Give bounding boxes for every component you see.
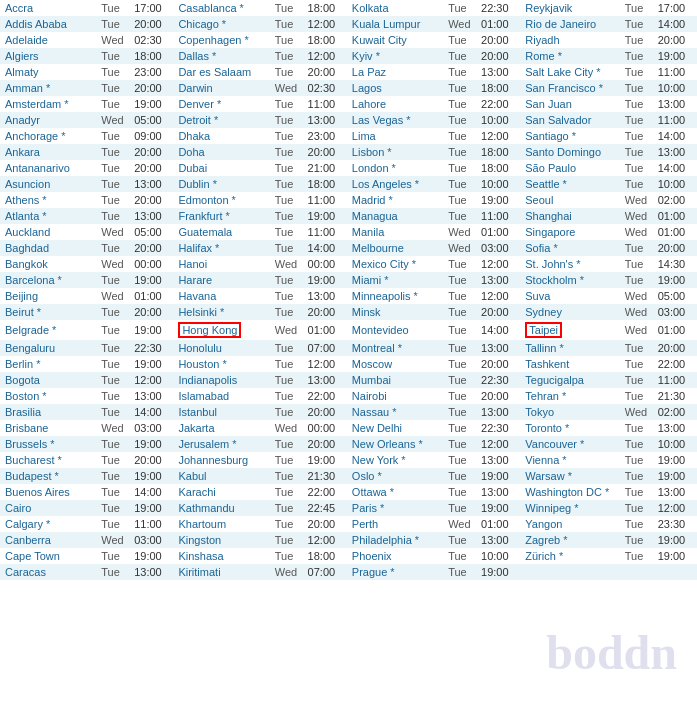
- city-link[interactable]: Copenhagen *: [178, 34, 248, 46]
- city-link[interactable]: Vienna *: [525, 454, 566, 466]
- city-link[interactable]: Reykjavik: [525, 2, 572, 14]
- city-link[interactable]: Oslo *: [352, 470, 382, 482]
- city-link[interactable]: Lagos: [352, 82, 382, 94]
- city-cell[interactable]: Los Angeles *: [347, 176, 444, 192]
- city-link[interactable]: Calgary *: [5, 518, 50, 530]
- city-cell[interactable]: Bengaluru: [0, 340, 97, 356]
- city-cell[interactable]: Melbourne: [347, 240, 444, 256]
- city-link[interactable]: Nassau *: [352, 406, 397, 418]
- city-link[interactable]: Kingston: [178, 534, 221, 546]
- city-cell[interactable]: Budapest *: [0, 468, 97, 484]
- city-link[interactable]: Brussels *: [5, 438, 55, 450]
- city-cell[interactable]: New York *: [347, 452, 444, 468]
- city-link[interactable]: Tegucigalpa: [525, 374, 584, 386]
- city-cell[interactable]: Halifax *: [173, 240, 270, 256]
- city-cell[interactable]: Atlanta *: [0, 208, 97, 224]
- city-cell[interactable]: Guatemala: [173, 224, 270, 240]
- city-cell[interactable]: Dublin *: [173, 176, 270, 192]
- city-link[interactable]: La Paz: [352, 66, 386, 78]
- city-cell[interactable]: Washington DC *: [520, 484, 621, 500]
- city-link[interactable]: Taipei: [529, 324, 558, 336]
- city-cell[interactable]: Denver *: [173, 96, 270, 112]
- city-link[interactable]: Kiritimati: [178, 566, 220, 578]
- city-cell[interactable]: Buenos Aires: [0, 484, 97, 500]
- city-link[interactable]: Manila: [352, 226, 384, 238]
- city-cell[interactable]: Reykjavik: [520, 0, 621, 16]
- city-cell[interactable]: Yangon: [520, 516, 621, 532]
- city-link[interactable]: Canberra: [5, 534, 51, 546]
- city-link[interactable]: Philadelphia *: [352, 534, 419, 546]
- city-link[interactable]: Houston *: [178, 358, 226, 370]
- city-link[interactable]: Johannesburg: [178, 454, 248, 466]
- city-cell[interactable]: Detroit *: [173, 112, 270, 128]
- city-cell[interactable]: Khartoum: [173, 516, 270, 532]
- city-cell[interactable]: London *: [347, 160, 444, 176]
- city-link[interactable]: Berlin *: [5, 358, 40, 370]
- city-cell[interactable]: Minsk: [347, 304, 444, 320]
- city-cell[interactable]: Taipei: [520, 320, 621, 340]
- city-link[interactable]: Denver *: [178, 98, 221, 110]
- city-link[interactable]: Belgrade *: [5, 324, 56, 336]
- city-link[interactable]: Minsk: [352, 306, 381, 318]
- city-link[interactable]: Honolulu: [178, 342, 221, 354]
- city-cell[interactable]: Beijing: [0, 288, 97, 304]
- city-cell[interactable]: New Orleans *: [347, 436, 444, 452]
- city-cell[interactable]: Jerusalem *: [173, 436, 270, 452]
- city-cell[interactable]: Johannesburg: [173, 452, 270, 468]
- city-cell[interactable]: Cairo: [0, 500, 97, 516]
- city-cell[interactable]: Helsinki *: [173, 304, 270, 320]
- city-cell[interactable]: Seoul: [520, 192, 621, 208]
- city-cell[interactable]: Dallas *: [173, 48, 270, 64]
- city-link[interactable]: Perth: [352, 518, 378, 530]
- city-cell[interactable]: Frankfurt *: [173, 208, 270, 224]
- city-cell[interactable]: Bucharest *: [0, 452, 97, 468]
- city-cell[interactable]: Almaty: [0, 64, 97, 80]
- city-cell[interactable]: Tashkent: [520, 356, 621, 372]
- city-link[interactable]: Lahore: [352, 98, 386, 110]
- city-link[interactable]: Singapore: [525, 226, 575, 238]
- city-link[interactable]: Mumbai: [352, 374, 391, 386]
- city-cell[interactable]: Belgrade *: [0, 320, 97, 340]
- city-link[interactable]: London *: [352, 162, 396, 174]
- city-link[interactable]: Kyiv *: [352, 50, 380, 62]
- city-link[interactable]: Algiers: [5, 50, 39, 62]
- city-link[interactable]: Beijing: [5, 290, 38, 302]
- city-cell[interactable]: Zürich *: [520, 548, 621, 564]
- city-link[interactable]: New Delhi: [352, 422, 402, 434]
- city-link[interactable]: Atlanta *: [5, 210, 47, 222]
- city-cell[interactable]: Brasilia: [0, 404, 97, 420]
- city-cell[interactable]: Karachi: [173, 484, 270, 500]
- city-link[interactable]: Bengaluru: [5, 342, 55, 354]
- city-link[interactable]: Dublin *: [178, 178, 217, 190]
- city-cell[interactable]: Anchorage *: [0, 128, 97, 144]
- city-link[interactable]: Bogota: [5, 374, 40, 386]
- city-link[interactable]: Mexico City *: [352, 258, 416, 270]
- city-cell[interactable]: Istanbul: [173, 404, 270, 420]
- city-cell[interactable]: La Paz: [347, 64, 444, 80]
- city-link[interactable]: Khartoum: [178, 518, 226, 530]
- city-link[interactable]: Los Angeles *: [352, 178, 419, 190]
- city-link[interactable]: Harare: [178, 274, 212, 286]
- city-link[interactable]: Tallinn *: [525, 342, 564, 354]
- city-cell[interactable]: St. John's *: [520, 256, 621, 272]
- city-cell[interactable]: Managua: [347, 208, 444, 224]
- city-link[interactable]: Stockholm *: [525, 274, 584, 286]
- city-cell[interactable]: Baghdad: [0, 240, 97, 256]
- city-cell[interactable]: Havana: [173, 288, 270, 304]
- city-cell[interactable]: Cape Town: [0, 548, 97, 564]
- city-cell[interactable]: Hong Kong: [173, 320, 270, 340]
- city-link[interactable]: Detroit *: [178, 114, 218, 126]
- city-cell[interactable]: Winnipeg *: [520, 500, 621, 516]
- city-link[interactable]: Anchorage *: [5, 130, 66, 142]
- city-link[interactable]: Brisbane: [5, 422, 48, 434]
- city-link[interactable]: Addis Ababa: [5, 18, 67, 30]
- city-cell[interactable]: Copenhagen *: [173, 32, 270, 48]
- city-link[interactable]: Chicago *: [178, 18, 226, 30]
- city-cell[interactable]: São Paulo: [520, 160, 621, 176]
- city-link[interactable]: Winnipeg *: [525, 502, 578, 514]
- city-cell[interactable]: Kiritimati: [173, 564, 270, 580]
- city-cell[interactable]: Islamabad: [173, 388, 270, 404]
- city-cell[interactable]: Zagreb *: [520, 532, 621, 548]
- city-cell[interactable]: Athens *: [0, 192, 97, 208]
- city-cell[interactable]: Las Vegas *: [347, 112, 444, 128]
